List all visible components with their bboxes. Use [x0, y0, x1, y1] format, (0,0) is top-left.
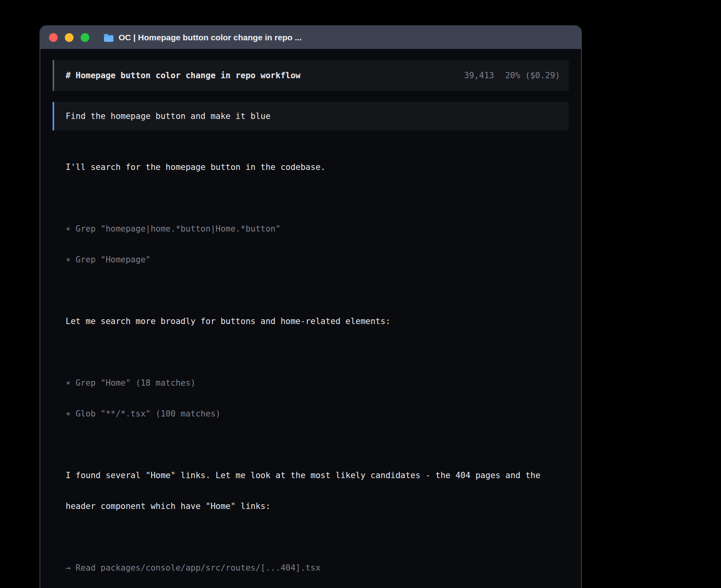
assistant-line: Let me search more broadly for buttons a…	[66, 316, 569, 326]
tool-call: ∗ Grep "Homepage"	[66, 254, 569, 265]
session-stats: 39,41320% ($0.29)	[464, 70, 560, 81]
assistant-text: Let me search more broadly for buttons a…	[66, 296, 569, 347]
session-title: # Homepage button color change in repo w…	[66, 70, 300, 81]
tool-call: ∗ Grep "homepage|home.*button|Home.*butt…	[66, 224, 569, 234]
folder-icon	[104, 34, 114, 42]
close-button[interactable]	[49, 33, 58, 42]
tool-call: ∗ Grep "Home" (18 matches)	[66, 378, 569, 388]
assistant-line: header component which have "Home" links…	[66, 501, 569, 511]
tool-call-group: → Read packages/console/app/src/routes/[…	[66, 542, 569, 588]
window-title-group: OC | Homepage button color change in rep…	[104, 33, 302, 42]
token-count: 39,413	[464, 71, 494, 80]
tool-call: → Read packages/console/app/src/routes/[…	[66, 563, 569, 573]
terminal-window: OC | Homepage button color change in rep…	[40, 25, 582, 588]
tool-call-group: ∗ Grep "Home" (18 matches) ∗ Glob "**/*.…	[66, 357, 569, 439]
tool-call-group: ∗ Grep "homepage|home.*button|Home.*butt…	[66, 203, 569, 285]
assistant-line: I found several "Home" links. Let me loo…	[66, 470, 569, 481]
assistant-text: I found several "Home" links. Let me loo…	[66, 450, 569, 532]
traffic-lights	[49, 33, 89, 42]
context-usage: 20% ($0.29)	[505, 71, 560, 80]
user-message: Find the homepage button and make it blu…	[53, 102, 569, 130]
session-header: # Homepage button color change in repo w…	[53, 60, 569, 91]
window-title: OC | Homepage button color change in rep…	[119, 33, 302, 42]
user-message-text: Find the homepage button and make it blu…	[66, 111, 270, 121]
assistant-transcript: I'll search for the homepage button in t…	[66, 141, 569, 588]
assistant-line: I'll search for the homepage button in t…	[66, 162, 569, 172]
terminal-content[interactable]: # Homepage button color change in repo w…	[40, 49, 581, 588]
window-titlebar[interactable]: OC | Homepage button color change in rep…	[40, 26, 581, 49]
assistant-text: I'll search for the homepage button in t…	[66, 141, 569, 193]
minimize-button[interactable]	[65, 33, 74, 42]
tool-call: ∗ Glob "**/*.tsx" (100 matches)	[66, 409, 569, 419]
zoom-button[interactable]	[81, 33, 89, 42]
